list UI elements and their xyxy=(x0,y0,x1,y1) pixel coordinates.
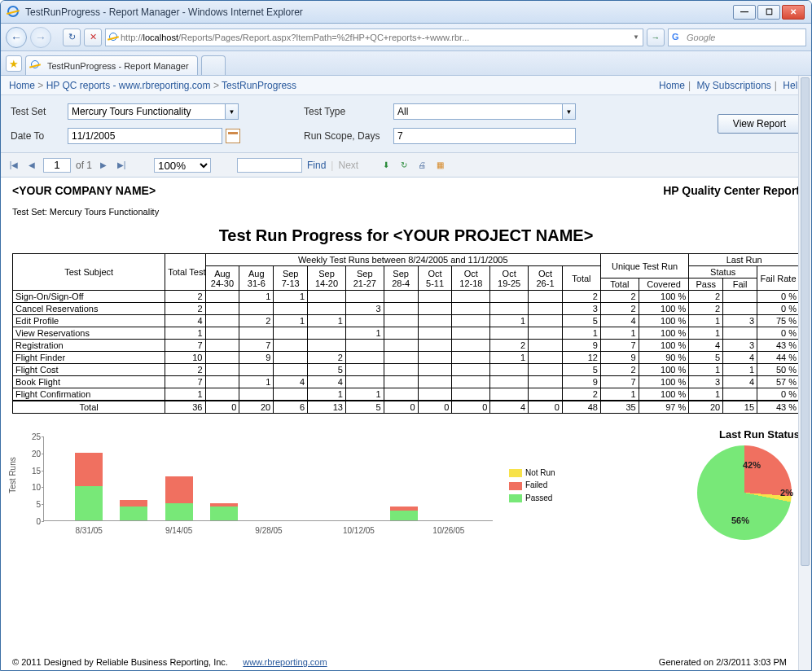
testset-input[interactable] xyxy=(68,103,226,120)
th-week: Oct5-11 xyxy=(418,266,452,291)
chart-zone: Test Runs 05101520258/31/059/14/059/28/0… xyxy=(12,428,800,542)
bar-ylabel: Test Runs xyxy=(8,457,17,493)
scrollbar-thumb[interactable] xyxy=(801,77,810,566)
table-row: Sign-On/Sign-Off21122100 %20 % xyxy=(13,291,800,303)
minimize-button[interactable]: — xyxy=(733,5,756,20)
testtype-label: Test Type xyxy=(304,106,393,117)
th-lastrun: Last Run xyxy=(689,254,800,266)
th-week: Oct19-25 xyxy=(490,266,529,291)
bar-legend: Not Run Failed Passed xyxy=(509,428,582,542)
th-week: Oct26-1 xyxy=(529,266,563,291)
th-status: Status xyxy=(689,266,757,278)
url-host: localhost xyxy=(143,33,178,42)
table-row: Registration77297100 %4343 % xyxy=(13,340,800,352)
export-data-button[interactable]: ▦ xyxy=(433,159,446,172)
go-button[interactable]: → xyxy=(647,29,665,46)
print-button[interactable]: 🖨 xyxy=(415,159,428,172)
close-button[interactable]: ✕ xyxy=(782,5,805,20)
testtype-input[interactable] xyxy=(393,103,563,120)
toplink-home[interactable]: Home xyxy=(659,80,685,91)
address-bar[interactable]: http://localhost/Reports/Pages/Report.as… xyxy=(105,29,643,46)
page-of-label: of 1 xyxy=(76,160,92,171)
favorites-button[interactable]: ★ xyxy=(6,55,22,72)
report-table: Test Subject Total Test Count Weekly Tes… xyxy=(12,253,800,414)
th-week: Sep21-27 xyxy=(345,266,384,291)
chevron-down-icon[interactable]: ▼ xyxy=(226,103,239,120)
new-tab-button[interactable] xyxy=(201,55,226,75)
find-link[interactable]: Find xyxy=(307,160,326,171)
table-row: Flight Confirmation11121100 %10 % xyxy=(13,388,800,401)
bar-xtick: 10/12/05 xyxy=(343,526,375,535)
breadcrumb-report[interactable]: TestRunProgress xyxy=(222,80,296,91)
testset-dropdown[interactable]: ▼ xyxy=(68,103,255,120)
report-manager-area: Home > HP QC reports - www.rbreporting.c… xyxy=(1,76,811,671)
page-input[interactable] xyxy=(43,158,71,173)
testset-subline: Test Set: Mercury Tours Functionality xyxy=(12,207,800,217)
runscope-label: Run Scope, Days xyxy=(304,130,393,142)
bar-xtick: 8/31/05 xyxy=(76,526,103,535)
table-row: Edit Profile4211154100 %1375 % xyxy=(13,315,800,327)
last-page-button[interactable]: ▶| xyxy=(115,159,128,172)
vertical-scrollbar[interactable] xyxy=(798,76,811,671)
th-fail: Fail xyxy=(723,278,757,291)
testset-label: Test Set xyxy=(11,106,68,117)
stop-button[interactable]: ✕ xyxy=(84,29,102,46)
testtype-dropdown[interactable]: ▼ xyxy=(393,103,589,120)
th-week-total: Total xyxy=(562,266,600,291)
next-link[interactable]: Next xyxy=(338,160,358,171)
dateto-label: Date To xyxy=(11,130,68,142)
report-footer: © 2011 Designed by Reliable Business Rep… xyxy=(12,657,787,667)
next-page-button[interactable]: ▶ xyxy=(97,159,110,172)
pie-label-passed: 56% xyxy=(731,515,749,525)
legend-passed-swatch xyxy=(509,494,522,502)
view-report-button[interactable]: View Report xyxy=(718,114,801,134)
th-unique-total: Total xyxy=(600,278,639,291)
google-icon xyxy=(672,32,683,43)
report-title: Test Run Progress for <YOUR PROJECT NAME… xyxy=(12,226,800,245)
window-title: TestRunProgress - Report Manager - Windo… xyxy=(25,7,733,18)
pie-label-notrun: 2% xyxy=(780,488,793,498)
legend-notrun-swatch xyxy=(509,469,522,477)
pie-title: Last Run Status xyxy=(590,428,800,441)
bar xyxy=(75,453,103,520)
calendar-icon[interactable] xyxy=(226,129,240,143)
find-input[interactable] xyxy=(237,158,302,173)
bar xyxy=(210,503,238,520)
table-row: Flight Cost2552100 %1150 % xyxy=(13,364,800,376)
refresh-report-button[interactable]: ↻ xyxy=(397,159,410,172)
page-icon xyxy=(109,33,117,42)
breadcrumb-folder[interactable]: HP QC reports - www.rbreporting.com xyxy=(46,80,211,91)
ie-icon xyxy=(7,6,20,19)
tab-label: TestRunProgress - Report Manager xyxy=(47,61,189,71)
pie-chart: 42% 2% 56% xyxy=(697,445,792,540)
browser-tab[interactable]: TestRunProgress - Report Manager xyxy=(25,55,198,75)
browser-tab-row: ★ TestRunProgress - Report Manager xyxy=(1,51,811,76)
zoom-select[interactable]: 100% xyxy=(154,158,211,173)
back-button[interactable]: ← xyxy=(6,27,27,48)
runscope-input[interactable] xyxy=(393,128,576,144)
chevron-down-icon[interactable]: ▼ xyxy=(563,103,576,120)
toplink-subscriptions[interactable]: My Subscriptions xyxy=(696,80,770,91)
report-body: <YOUR COMPANY NAME> HP Quality Center Re… xyxy=(1,178,811,669)
breadcrumb: Home > HP QC reports - www.rbreporting.c… xyxy=(1,76,811,95)
legend-failed-swatch xyxy=(509,482,522,490)
prev-page-button[interactable]: ◀ xyxy=(25,159,38,172)
th-week: Oct12-18 xyxy=(452,266,490,291)
footer-link[interactable]: www.rbreporting.com xyxy=(243,657,327,667)
table-row: Flight Finder1092112990 %5444 % xyxy=(13,352,800,364)
browser-search-box[interactable]: Google xyxy=(668,29,806,46)
bar-chart: Test Runs 05101520258/31/059/14/059/28/0… xyxy=(12,428,501,542)
bar-xtick: 9/14/05 xyxy=(165,526,192,535)
export-button[interactable]: ⬇ xyxy=(380,159,393,172)
url-dropdown-icon[interactable]: ▼ xyxy=(633,33,639,41)
bar-xtick: 9/28/05 xyxy=(255,526,282,535)
breadcrumb-home[interactable]: Home xyxy=(9,80,35,91)
refresh-button[interactable]: ↻ xyxy=(63,29,81,46)
forward-button[interactable]: → xyxy=(30,27,51,48)
th-week: Sep28-4 xyxy=(384,266,418,291)
dateto-input[interactable] xyxy=(68,128,222,144)
th-subject: Test Subject xyxy=(13,254,165,291)
maximize-button[interactable]: ☐ xyxy=(757,5,780,20)
first-page-button[interactable]: |◀ xyxy=(7,159,20,172)
bar xyxy=(165,476,193,520)
